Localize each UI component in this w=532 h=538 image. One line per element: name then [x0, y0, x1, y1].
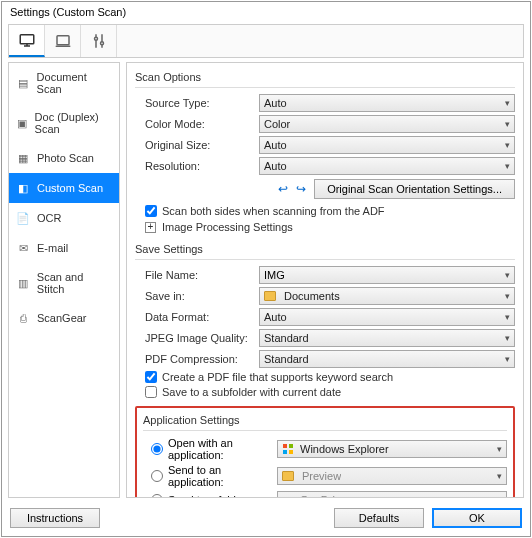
divider — [143, 430, 507, 431]
sidebar-item-label: Document Scan — [37, 71, 113, 95]
chevron-down-icon: ▾ — [505, 354, 510, 364]
sidebar-item-label: Scan and Stitch — [37, 271, 113, 295]
pdf-compression-select[interactable]: Standard▾ — [259, 350, 515, 368]
sidebar-item-photo-scan[interactable]: ▦ Photo Scan — [9, 143, 119, 173]
custom-icon: ◧ — [15, 181, 31, 195]
stitch-icon: ▥ — [15, 276, 31, 290]
color-mode-select[interactable]: Color▾ — [259, 115, 515, 133]
window-title: Settings (Custom Scan) — [2, 2, 530, 22]
save-in-label: Save in: — [135, 290, 253, 302]
scan-both-sides-label: Scan both sides when scanning from the A… — [162, 205, 385, 217]
jpeg-quality-label: JPEG Image Quality: — [135, 332, 253, 344]
rotate-left-icon[interactable]: ↩ — [278, 182, 288, 196]
chevron-down-icon: ▾ — [505, 312, 510, 322]
chevron-down-icon: ▾ — [505, 333, 510, 343]
chevron-down-icon: ▾ — [497, 471, 502, 481]
jpeg-quality-select[interactable]: Standard▾ — [259, 329, 515, 347]
sidebar-item-ocr[interactable]: 📄 OCR — [9, 203, 119, 233]
open-with-app-radio[interactable]: Open with an application: — [143, 437, 271, 461]
save-settings-title: Save Settings — [135, 243, 515, 255]
source-type-label: Source Type: — [135, 97, 253, 109]
content-panel: Scan Options Source Type: Auto▾ Color Mo… — [126, 62, 524, 498]
source-type-select[interactable]: Auto▾ — [259, 94, 515, 112]
top-tabs — [8, 24, 524, 58]
save-in-select[interactable]: Documents▾ — [259, 287, 515, 305]
tab-scan-from-computer[interactable] — [9, 25, 45, 57]
file-name-text[interactable] — [264, 269, 402, 281]
tab-general-settings[interactable] — [81, 25, 117, 57]
subfolder-checkbox[interactable]: Save to a subfolder with current date — [145, 386, 515, 398]
onedrive-icon — [282, 494, 294, 498]
document-icon: ▤ — [15, 76, 31, 90]
chevron-down-icon: ▾ — [505, 291, 510, 301]
ok-button[interactable]: OK — [432, 508, 522, 528]
image-processing-expander[interactable]: + Image Processing Settings — [145, 221, 515, 233]
sidebar-item-custom-scan[interactable]: ◧ Custom Scan — [9, 173, 119, 203]
folder-icon — [282, 471, 294, 481]
send-to-app-radio[interactable]: Send to an application: — [143, 464, 271, 488]
original-size-select[interactable]: Auto▾ — [259, 136, 515, 154]
settings-window: Settings (Custom Scan) ▤ Document Scan ▣… — [1, 1, 531, 537]
send-to-app-select[interactable]: Preview▾ — [277, 467, 507, 485]
data-format-select[interactable]: Auto▾ — [259, 308, 515, 326]
file-name-input[interactable]: ▾ — [259, 266, 515, 284]
sidebar-item-document-scan[interactable]: ▤ Document Scan — [9, 63, 119, 103]
svg-rect-5 — [289, 444, 293, 448]
chevron-down-icon: ▾ — [497, 495, 502, 498]
pdf-keyword-label: Create a PDF file that supports keyword … — [162, 371, 393, 383]
original-size-label: Original Size: — [135, 139, 253, 151]
rotate-right-icon[interactable]: ↪ — [296, 182, 306, 196]
subfolder-input[interactable] — [145, 386, 157, 398]
pdf-compression-label: PDF Compression: — [135, 353, 253, 365]
sidebar-item-scangear[interactable]: ⎙ ScanGear — [9, 303, 119, 333]
sidebar-item-scan-and-stitch[interactable]: ▥ Scan and Stitch — [9, 263, 119, 303]
file-name-label: File Name: — [135, 269, 253, 281]
color-mode-label: Color Mode: — [135, 118, 253, 130]
svg-rect-0 — [20, 35, 34, 44]
footer: Instructions Defaults OK — [2, 502, 530, 536]
sidebar-item-label: Doc (Duplex) Scan — [35, 111, 113, 135]
svg-point-3 — [100, 42, 103, 45]
svg-point-2 — [94, 37, 97, 40]
open-with-app-select[interactable]: Windows Explorer▾ — [277, 440, 507, 458]
chevron-down-icon: ▾ — [505, 119, 510, 129]
sidebar: ▤ Document Scan ▣ Doc (Duplex) Scan ▦ Ph… — [8, 62, 120, 498]
sidebar-item-doc-duplex-scan[interactable]: ▣ Doc (Duplex) Scan — [9, 103, 119, 143]
chevron-down-icon: ▾ — [505, 161, 510, 171]
sidebar-item-email[interactable]: ✉ E-mail — [9, 233, 119, 263]
subfolder-label: Save to a subfolder with current date — [162, 386, 341, 398]
divider — [135, 87, 515, 88]
sidebar-item-label: Photo Scan — [37, 152, 94, 164]
divider — [135, 259, 515, 260]
resolution-label: Resolution: — [135, 160, 253, 172]
data-format-label: Data Format: — [135, 311, 253, 323]
scan-options-title: Scan Options — [135, 71, 515, 83]
photo-icon: ▦ — [15, 151, 31, 165]
instructions-button[interactable]: Instructions — [10, 508, 100, 528]
application-settings-title: Application Settings — [143, 414, 507, 426]
send-to-folder-radio[interactable]: Send to a folder: — [143, 494, 271, 498]
ocr-icon: 📄 — [15, 211, 31, 225]
scangear-icon: ⎙ — [15, 311, 31, 325]
plus-icon: + — [145, 222, 156, 233]
resolution-select[interactable]: Auto▾ — [259, 157, 515, 175]
orientation-settings-button[interactable]: Original Scan Orientation Settings... — [314, 179, 515, 199]
defaults-button[interactable]: Defaults — [334, 508, 424, 528]
scan-both-sides-checkbox[interactable]: Scan both sides when scanning from the A… — [145, 205, 515, 217]
svg-rect-6 — [283, 450, 287, 454]
chevron-down-icon: ▾ — [505, 98, 510, 108]
folder-icon — [264, 291, 276, 301]
sidebar-item-label: ScanGear — [37, 312, 87, 324]
pdf-keyword-input[interactable] — [145, 371, 157, 383]
explorer-icon — [282, 443, 294, 455]
tab-scan-from-panel[interactable] — [45, 25, 81, 57]
image-processing-label: Image Processing Settings — [162, 221, 293, 233]
email-icon: ✉ — [15, 241, 31, 255]
chevron-down-icon: ▾ — [505, 270, 510, 280]
pdf-keyword-checkbox[interactable]: Create a PDF file that supports keyword … — [145, 371, 515, 383]
svg-rect-4 — [283, 444, 287, 448]
svg-rect-7 — [289, 450, 293, 454]
sidebar-item-label: OCR — [37, 212, 61, 224]
scan-both-sides-input[interactable] — [145, 205, 157, 217]
send-to-folder-select[interactable]: OneDrive▾ — [277, 491, 507, 498]
